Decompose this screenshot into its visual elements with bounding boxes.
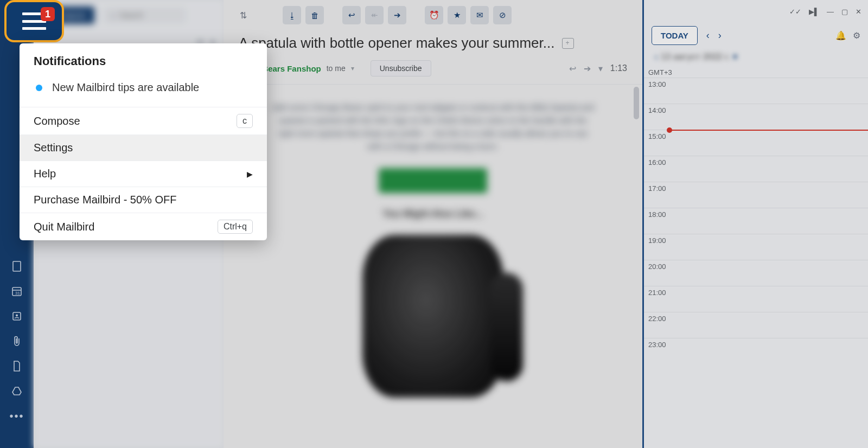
svg-rect-0 [13, 261, 21, 271]
shortcut-badge: Ctrl+q [218, 220, 253, 234]
today-button[interactable]: TODAY [652, 26, 698, 45]
calendar-grid[interactable]: 13:0014:0015:0016:0017:0018:0019:0020:00… [644, 78, 868, 448]
menu-item-label: Help [34, 168, 56, 180]
close-button[interactable]: ✕ [856, 8, 861, 16]
document-icon[interactable] [11, 260, 23, 272]
delete-button[interactable]: 🗑 [305, 6, 324, 24]
reply-button[interactable]: ↩ [342, 6, 361, 24]
mail-subject: A spatula with bottle opener makes your … [239, 35, 554, 52]
scrollbar-thumb[interactable] [634, 87, 639, 119]
calendar-hour-row[interactable]: 19:00 [644, 234, 868, 260]
reply-icon[interactable]: ↩ [569, 63, 576, 74]
menu-item-label: Settings [34, 142, 73, 154]
svg-text:31: 31 [15, 291, 20, 296]
hour-label: 22:00 [644, 312, 673, 323]
menu-item-compose[interactable]: Composec [20, 107, 267, 135]
notification-item[interactable]: New Mailbird tips are available [34, 78, 253, 101]
unsubscribe-button[interactable]: Unsubscribe [371, 60, 431, 76]
hour-label: 17:00 [644, 182, 673, 193]
hamburger-menu: Notifications New Mailbird tips are avai… [20, 43, 267, 240]
move-to-folder-icon[interactable] [562, 38, 574, 49]
hour-label: 21:00 [644, 286, 673, 297]
current-time-line [669, 130, 868, 131]
menu-item-quit-mailbird[interactable]: Quit MailbirdCtrl+q [20, 213, 267, 240]
timezone-label: GMT+3 [644, 65, 868, 78]
mail-body: Add some Chicago Bears spirit to your ne… [224, 85, 642, 414]
menu-title: Notifications [34, 54, 253, 68]
maximize-button[interactable]: ▢ [841, 8, 848, 16]
star-button[interactable]: ★ [448, 6, 466, 24]
hour-label: 20:00 [644, 260, 673, 271]
calendar-hour-row[interactable]: 17:00 [644, 182, 868, 208]
search-field[interactable] [119, 11, 179, 20]
forward-button[interactable]: ➔ [388, 6, 406, 24]
prev-day-button[interactable]: ‹ [706, 30, 710, 41]
calendar-hour-row[interactable]: 16:00 [644, 156, 868, 182]
calendar-hour-row[interactable]: 22:00 [644, 312, 868, 338]
hour-label: 14:00 [644, 104, 673, 114]
recipient-label: to me [327, 64, 346, 73]
calendar-pane: ✓✓ ▶▌ — ▢ ✕ TODAY ‹ › 🔔 ⚙ ‹ 13 август 20… [642, 0, 868, 448]
more-icon[interactable]: ••• [9, 410, 24, 423]
mark-read-button[interactable]: ✉ [470, 6, 489, 24]
hour-label: 19:00 [644, 234, 673, 245]
chevron-down-icon[interactable]: ▾ [351, 65, 354, 72]
minimize-button[interactable]: — [827, 8, 834, 16]
attachments-icon[interactable] [11, 335, 23, 347]
mail-time: 1:13 [610, 63, 627, 73]
calendar-hour-row[interactable]: 18:00 [644, 208, 868, 234]
calendar-hour-row[interactable]: 15:00 [644, 130, 868, 156]
calendar-hour-row[interactable]: 21:00 [644, 286, 868, 312]
next-day-button[interactable]: › [718, 30, 722, 41]
snooze-button[interactable]: ⏰ [425, 6, 443, 24]
calendar-hour-row[interactable]: 20:00 [644, 260, 868, 286]
notification-badge: 1 [41, 7, 55, 21]
hour-label: 13:00 [644, 78, 673, 88]
message-pane: ⇅ ⭳ 🗑 ↩ ↞ ➔ ⏰ ★ ✉ ⊘ A spatula with bottl… [224, 0, 642, 448]
calendar-hour-row[interactable]: 13:00 [644, 78, 868, 104]
hour-label: 16:00 [644, 156, 673, 167]
notification-dot-icon [36, 85, 42, 91]
product-image [362, 235, 503, 398]
reply-all-button[interactable]: ↞ [365, 6, 384, 24]
search-icon: ⌕ [111, 10, 116, 20]
calendar-date[interactable]: ‹ 13 август 2022 г. ▾ [644, 48, 868, 65]
forward-icon[interactable]: ➔ [584, 63, 591, 74]
calendar-icon[interactable]: 31 [11, 285, 23, 297]
menu-item-label: Quit Mailbird [34, 221, 94, 233]
calendar-hour-row[interactable]: 23:00 [644, 338, 868, 364]
search-input[interactable]: ⌕ [104, 7, 186, 23]
menu-item-settings[interactable]: Settings [20, 135, 267, 161]
hamburger-icon: 1 [22, 12, 46, 30]
read-receipts-icon[interactable]: ✓✓ [789, 8, 801, 16]
hour-label: 18:00 [644, 208, 673, 219]
contacts-icon[interactable] [11, 310, 23, 322]
menu-item-label: Compose [34, 115, 80, 127]
panel-toggle-icon[interactable]: ▶▌ [809, 8, 819, 16]
hamburger-button[interactable]: 1 [4, 0, 64, 42]
bell-icon[interactable]: 🔔 [835, 30, 846, 41]
current-time-dot [667, 127, 672, 133]
hour-label: 23:00 [644, 338, 673, 349]
cta-button[interactable] [379, 168, 487, 193]
calendar-hour-row[interactable]: 14:00 [644, 104, 868, 130]
spam-button[interactable]: ⊘ [493, 6, 512, 24]
shortcut-badge: c [237, 114, 253, 128]
chevron-down-icon[interactable]: ▾ [598, 63, 603, 74]
gear-icon[interactable]: ⚙ [853, 30, 860, 41]
submenu-caret-icon: ▶ [247, 170, 253, 178]
sort-icon[interactable]: ⇅ [240, 10, 247, 21]
page-icon[interactable] [11, 360, 23, 372]
drive-icon[interactable] [11, 385, 23, 397]
download-button[interactable]: ⭳ [283, 6, 301, 24]
menu-item-help[interactable]: Help▶ [20, 161, 267, 187]
menu-item-label: Purchase Mailbird - 50% OFF [34, 194, 176, 206]
menu-item-purchase-mailbird-off[interactable]: Purchase Mailbird - 50% OFF [20, 187, 267, 213]
svg-point-5 [16, 315, 18, 317]
